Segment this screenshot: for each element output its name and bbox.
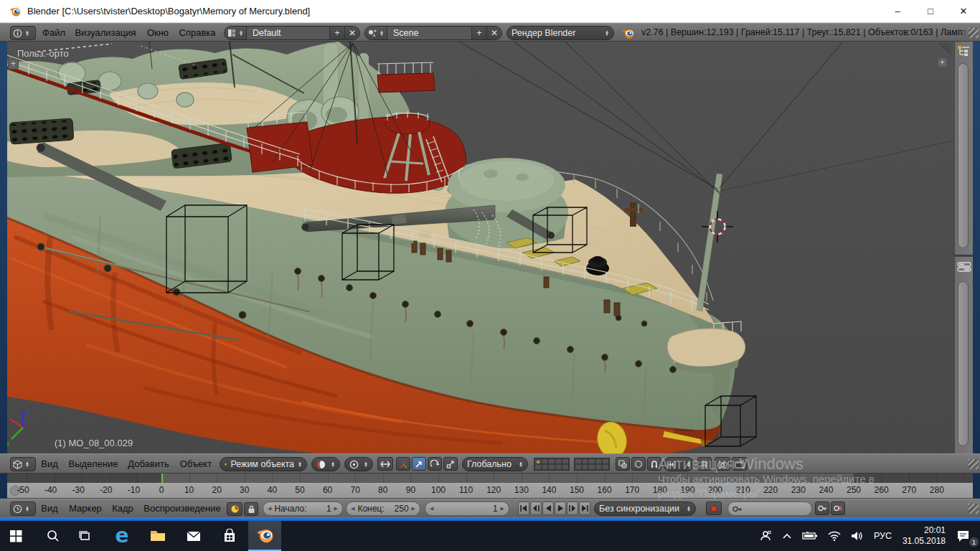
language-indicator[interactable]: РУС: [869, 521, 897, 551]
close-button[interactable]: ✕: [947, 0, 980, 23]
layer-cell[interactable]: [534, 464, 542, 470]
menu-tl-frame[interactable]: Кадр: [108, 499, 138, 517]
wifi-icon[interactable]: [823, 521, 846, 551]
file-explorer-icon[interactable]: [142, 521, 174, 551]
screen-layout-selector[interactable]: ▲▼ Default + ✕: [224, 26, 360, 40]
action-center-icon[interactable]: 1: [951, 521, 980, 551]
mail-icon[interactable]: [178, 521, 209, 551]
autokey-record-button[interactable]: [706, 501, 722, 515]
editor-type-button-3dview[interactable]: ▲▼: [10, 457, 36, 471]
translate-manipulator-button[interactable]: [412, 457, 426, 471]
layer-cell[interactable]: [562, 458, 569, 464]
viewport-canvas[interactable]: z x y: [7, 42, 954, 453]
battery-icon[interactable]: [797, 521, 823, 551]
editor-type-button-info[interactable]: ▲▼: [10, 26, 36, 40]
menu-help[interactable]: Справка: [175, 24, 220, 41]
mode-dropdown[interactable]: Режим объекта ▲▼: [220, 457, 307, 471]
frame-end-field[interactable]: ◀ Конец: 250 ▶: [346, 501, 420, 516]
menu-add[interactable]: Добавить: [125, 454, 172, 473]
snap-peel-button[interactable]: [697, 457, 712, 471]
viewport-shading-dropdown[interactable]: ▲▼: [311, 457, 340, 471]
layer-cell[interactable]: [575, 458, 582, 464]
render-opengl-button[interactable]: [715, 457, 730, 471]
jump-to-end-button[interactable]: [579, 501, 590, 515]
area-corner-widget[interactable]: [969, 504, 979, 514]
scene-add-button[interactable]: +: [471, 27, 486, 39]
scene-name[interactable]: Scene: [387, 27, 471, 39]
taskbar-clock[interactable]: 20:01 31.05.2018: [897, 525, 951, 547]
timeline-playhead[interactable]: [161, 474, 163, 483]
orientation-dropdown[interactable]: Глобально ▲▼: [462, 457, 528, 471]
increment-arrow-icon[interactable]: ▶: [501, 506, 504, 512]
layer-cell[interactable]: [588, 458, 595, 464]
layer-cell[interactable]: [595, 458, 603, 464]
layer-cell[interactable]: [588, 464, 595, 470]
edge-icon[interactable]: e: [106, 521, 138, 551]
jump-to-next-keyframe-button[interactable]: [567, 501, 578, 515]
timeline-track-band[interactable]: [7, 474, 973, 483]
scene-selector[interactable]: ▲▼ Scene + ✕: [364, 26, 502, 40]
menu-window[interactable]: Окно: [142, 24, 174, 41]
manipulator-toggle-button[interactable]: [377, 457, 393, 471]
layer-cell[interactable]: [575, 464, 582, 470]
scale-manipulator-button[interactable]: [443, 457, 458, 471]
delete-keyframe-button[interactable]: [831, 501, 845, 515]
layer-cell[interactable]: [548, 464, 555, 470]
snap-element-dropdown[interactable]: ▲▼: [663, 457, 694, 471]
menu-tl-marker[interactable]: Маркер: [66, 499, 105, 517]
layer-cell[interactable]: [555, 458, 562, 464]
lock-to-scene-button[interactable]: [616, 457, 630, 471]
layer-cell[interactable]: [542, 458, 549, 464]
menu-tl-playback[interactable]: Воспроизведение: [141, 499, 224, 517]
layer-cell[interactable]: [582, 464, 589, 470]
scene-delete-button[interactable]: ✕: [486, 27, 501, 39]
search-button[interactable]: [37, 521, 69, 551]
manipulator-axes-icon-button[interactable]: [396, 457, 410, 471]
menu-object[interactable]: Объект: [176, 454, 215, 473]
pivot-point-dropdown[interactable]: ▲▼: [344, 457, 373, 471]
start-button[interactable]: [0, 521, 32, 551]
jump-to-prev-keyframe-button[interactable]: [530, 501, 542, 515]
layout-name[interactable]: Default: [247, 27, 329, 39]
insert-keyframe-button[interactable]: [815, 501, 829, 515]
layer-cell[interactable]: [548, 458, 555, 464]
menu-select[interactable]: Выделение: [66, 454, 121, 473]
time-indicator-toggle-button[interactable]: [227, 502, 242, 516]
sync-mode-dropdown[interactable]: Без синхронизации ▲▼: [594, 501, 696, 516]
properties-collapsed-strip[interactable]: [954, 255, 973, 453]
area-corner-widget[interactable]: [969, 459, 979, 469]
increment-arrow-icon[interactable]: ▶: [412, 506, 415, 512]
outliner-scrollbar[interactable]: [958, 63, 969, 248]
decrement-arrow-icon[interactable]: ◀: [268, 506, 271, 512]
timeline-ruler[interactable]: -50-40-30-20-100102030405060708090100110…: [7, 483, 973, 499]
play-reverse-button[interactable]: [542, 501, 554, 515]
menu-render[interactable]: Визуализация: [72, 24, 139, 41]
layout-add-button[interactable]: +: [329, 27, 344, 39]
rotate-manipulator-button[interactable]: [428, 457, 442, 471]
layer-cell[interactable]: [555, 464, 562, 470]
layer-cell[interactable]: [562, 464, 569, 470]
current-frame-field[interactable]: ◀ 1 ▶: [425, 501, 509, 516]
menu-tl-view[interactable]: Вид: [37, 499, 62, 517]
render-engine-dropdown[interactable]: Рендер Blender ▲▼: [507, 26, 614, 40]
snap-magnet-button[interactable]: [647, 457, 661, 471]
increment-arrow-icon[interactable]: ▶: [334, 506, 338, 512]
layer-cell[interactable]: [534, 458, 542, 464]
layers-group-2[interactable]: [574, 458, 610, 471]
minimize-button[interactable]: –: [881, 0, 914, 23]
properties-scrollbar[interactable]: [958, 281, 969, 446]
decrement-arrow-icon[interactable]: ◀: [351, 506, 354, 512]
properties-region-expand-button[interactable]: +: [937, 57, 948, 68]
task-view-button[interactable]: [69, 521, 100, 551]
speaker-icon[interactable]: [846, 521, 869, 551]
people-icon[interactable]: [754, 521, 777, 551]
layer-cell[interactable]: [602, 464, 609, 470]
frame-start-field[interactable]: ◀ Начало: 1 ▶: [263, 501, 343, 516]
editor-type-button-timeline[interactable]: ▲▼: [10, 501, 36, 516]
area-corner-widget[interactable]: [969, 28, 979, 38]
menu-file[interactable]: Файл: [39, 24, 69, 41]
layers-group-1[interactable]: [534, 458, 570, 471]
keying-set-field[interactable]: [727, 501, 812, 516]
tray-chevron-icon[interactable]: [777, 521, 797, 551]
maximize-button[interactable]: □: [914, 0, 947, 23]
